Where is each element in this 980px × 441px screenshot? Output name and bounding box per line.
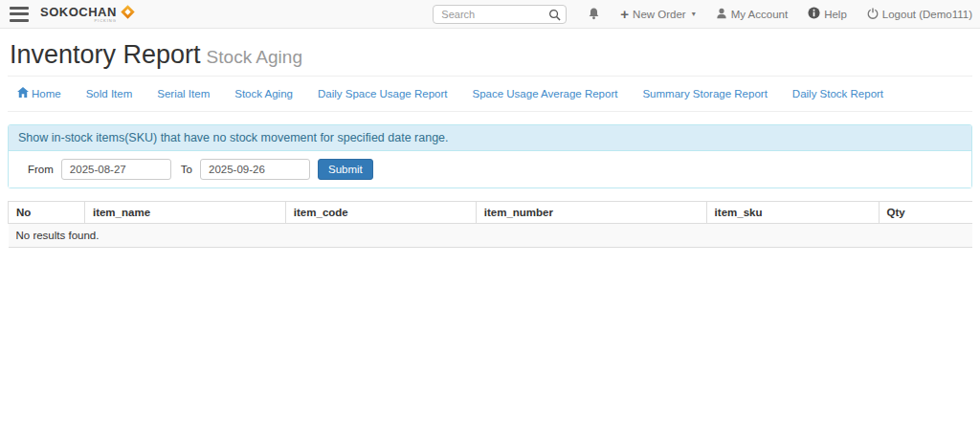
tab-space-usage-average-report[interactable]: Space Usage Average Report bbox=[472, 88, 617, 99]
submit-button[interactable]: Submit bbox=[318, 159, 373, 180]
info-icon bbox=[808, 7, 820, 21]
home-icon bbox=[17, 87, 29, 99]
empty-results-row: No results found. bbox=[9, 224, 973, 248]
notifications-button[interactable] bbox=[588, 7, 600, 22]
to-label: To bbox=[181, 164, 192, 175]
menu-hamburger-icon[interactable] bbox=[10, 7, 29, 22]
help-button[interactable]: Help bbox=[808, 7, 847, 21]
logo-text: SOKOCHAN bbox=[40, 5, 117, 19]
my-account-button[interactable]: My Account bbox=[716, 8, 788, 21]
user-icon bbox=[716, 8, 727, 21]
column-header-item-sku[interactable]: item_sku bbox=[706, 202, 879, 224]
info-banner: Show in-stock items(SKU) that have no st… bbox=[9, 125, 971, 151]
page-header: Inventory ReportStock Aging bbox=[8, 29, 972, 77]
tab-label: Serial Item bbox=[157, 88, 210, 99]
logout-button[interactable]: Logout (Demo111) bbox=[867, 8, 972, 21]
stock-aging-panel: Show in-stock items(SKU) that have no st… bbox=[8, 124, 972, 188]
logout-label: Logout (Demo111) bbox=[882, 9, 972, 20]
column-header-qty[interactable]: Qty bbox=[879, 202, 972, 224]
new-order-label: New Order bbox=[633, 9, 686, 20]
tab-label: Stock Aging bbox=[234, 88, 293, 99]
date-filter-form: From To Submit bbox=[9, 151, 971, 187]
tab-home-label: Home bbox=[32, 88, 61, 99]
table-header-row: No item_name item_code item_number item_… bbox=[9, 202, 973, 224]
my-account-label: My Account bbox=[731, 9, 788, 20]
column-header-item-name[interactable]: item_name bbox=[84, 202, 285, 224]
search-input[interactable] bbox=[433, 5, 567, 24]
empty-results-text: No results found. bbox=[9, 224, 973, 248]
top-navbar: SOKOCHAN PICKING bbox=[0, 0, 980, 29]
tab-daily-space-usage-report[interactable]: Daily Space Usage Report bbox=[318, 88, 448, 99]
tab-serial-item[interactable]: Serial Item bbox=[157, 88, 210, 99]
tab-label: Sold Item bbox=[86, 88, 133, 99]
logo-diamond-icon bbox=[120, 4, 136, 24]
chevron-down-icon: ▾ bbox=[692, 10, 696, 18]
tab-summary-storage-report[interactable]: Summary Storage Report bbox=[642, 88, 767, 99]
column-header-item-number[interactable]: item_number bbox=[476, 202, 706, 224]
search-icon[interactable] bbox=[548, 8, 561, 25]
help-label: Help bbox=[824, 9, 847, 20]
report-nav-tabs: Home Sold Item Serial Item Stock Aging D… bbox=[8, 77, 972, 112]
logo-text-wrap: SOKOCHAN PICKING bbox=[40, 5, 117, 23]
tab-label: Summary Storage Report bbox=[642, 88, 767, 99]
bell-icon bbox=[588, 7, 600, 22]
tab-label: Daily Space Usage Report bbox=[318, 88, 448, 99]
tab-label: Daily Stock Report bbox=[792, 88, 883, 99]
page-subtitle: Stock Aging bbox=[207, 47, 302, 67]
power-icon bbox=[867, 8, 879, 21]
logo[interactable]: SOKOCHAN PICKING bbox=[40, 4, 136, 24]
tab-label: Space Usage Average Report bbox=[472, 88, 617, 99]
plus-icon: + bbox=[620, 7, 629, 21]
from-date-input[interactable] bbox=[61, 159, 171, 180]
column-header-item-code[interactable]: item_code bbox=[285, 202, 476, 224]
new-order-button[interactable]: + New Order ▾ bbox=[620, 7, 695, 21]
page-title: Inventory Report bbox=[10, 40, 201, 69]
search-box bbox=[433, 5, 567, 24]
results-table: No item_name item_code item_number item_… bbox=[8, 201, 972, 248]
tab-stock-aging[interactable]: Stock Aging bbox=[234, 88, 293, 99]
column-header-no[interactable]: No bbox=[9, 202, 85, 224]
to-date-input[interactable] bbox=[200, 159, 310, 180]
page-container: Inventory ReportStock Aging Home Sold It… bbox=[0, 29, 980, 248]
tab-daily-stock-report[interactable]: Daily Stock Report bbox=[792, 88, 883, 99]
tab-home[interactable]: Home bbox=[17, 87, 61, 99]
logo-tagline: PICKING bbox=[94, 18, 116, 23]
tab-sold-item[interactable]: Sold Item bbox=[86, 88, 133, 99]
from-label: From bbox=[28, 164, 54, 175]
